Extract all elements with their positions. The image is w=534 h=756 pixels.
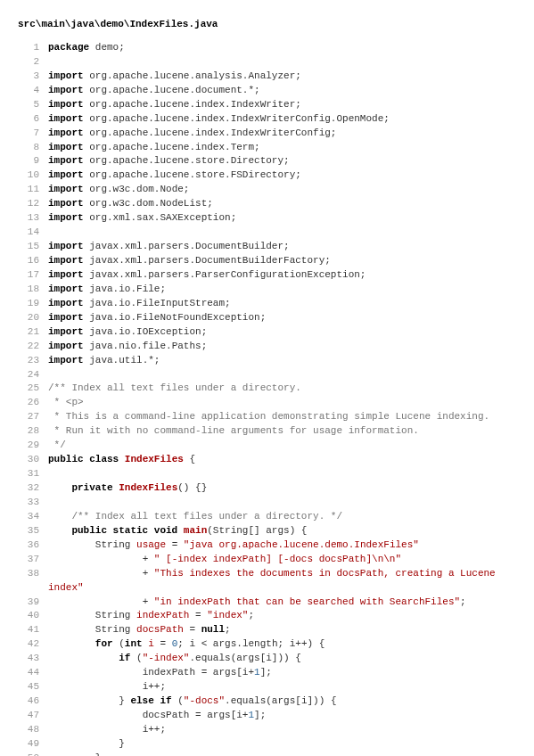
code-content: import org.xml.sax.SAXException; (48, 211, 516, 226)
code-line: 29 */ (18, 439, 516, 453)
code-content: i++; (48, 680, 516, 694)
code-line: 26 * <p> (18, 396, 516, 410)
code-line: 50 } (18, 752, 516, 756)
code-line: 49 } (18, 737, 516, 752)
code-content (48, 368, 516, 382)
code-line: 21import java.io.IOException; (18, 325, 516, 340)
code-content: if ("-index".equals(args[i])) { (48, 652, 516, 666)
line-number: 2 (18, 55, 48, 70)
code-line: 31 (18, 467, 516, 481)
code-line: 44 indexPath = args[i+1]; (18, 666, 516, 680)
code-line: 9import org.apache.lucene.store.Director… (18, 154, 516, 168)
code-line: 24 (18, 368, 516, 382)
code-content: + " [-index indexPath] [-docs docsPath]\… (48, 553, 516, 567)
code-content: String indexPath = "index"; (48, 609, 516, 623)
code-line: 5import org.apache.lucene.index.IndexWri… (18, 98, 516, 112)
line-number: 11 (18, 183, 48, 197)
code-line: 14 (18, 226, 516, 240)
line-number: 44 (18, 666, 48, 680)
line-number: 31 (18, 467, 48, 481)
code-content: i++; (48, 723, 516, 737)
line-number: 41 (18, 623, 48, 637)
line-number: 37 (18, 553, 48, 567)
code-content: String docsPath = null; (48, 623, 516, 637)
line-number: 50 (18, 752, 48, 756)
code-line: 15import javax.xml.parsers.DocumentBuild… (18, 240, 516, 254)
code-content: import org.w3c.dom.Node; (48, 183, 516, 197)
line-number: 1 (18, 41, 48, 55)
line-number: 33 (18, 496, 48, 510)
code-line: 27 * This is a command-line application … (18, 410, 516, 424)
line-number: 32 (18, 481, 48, 496)
code-line: 7import org.apache.lucene.index.IndexWri… (18, 127, 516, 141)
line-number: 16 (18, 254, 48, 268)
code-listing: 1package demo;2 3import org.apache.lucen… (18, 41, 516, 756)
line-number: 43 (18, 652, 48, 666)
code-content: for (int i = 0; i < args.length; i++) { (48, 637, 516, 652)
code-content: import org.apache.lucene.index.IndexWrit… (48, 98, 516, 112)
code-line: 48 i++; (18, 723, 516, 737)
code-content (48, 496, 516, 510)
code-content: import org.apache.lucene.index.Term; (48, 141, 516, 155)
code-content: import org.apache.lucene.index.IndexWrit… (48, 127, 516, 141)
line-number: 10 (18, 168, 48, 183)
code-content: import java.io.FileInputStream; (48, 297, 516, 311)
code-line: 39 + "in indexPath that can be searched … (18, 596, 516, 610)
code-content: String usage = "java org.apache.lucene.d… (48, 538, 516, 553)
code-line: 2 (18, 55, 516, 70)
line-number: 24 (18, 368, 48, 382)
code-content: /** Index all text files under a directo… (48, 510, 516, 524)
code-line: 41 String docsPath = null; (18, 623, 516, 637)
line-number: 3 (18, 70, 48, 84)
line-number: 36 (18, 538, 48, 553)
line-number: 17 (18, 268, 48, 283)
code-content: */ (48, 439, 516, 453)
code-line: 23import java.util.*; (18, 354, 516, 368)
code-line: 17import javax.xml.parsers.ParserConfigu… (18, 268, 516, 283)
line-number: 18 (18, 283, 48, 297)
code-line: 43 if ("-index".equals(args[i])) { (18, 652, 516, 666)
code-content: + "This indexes the documents in docsPat… (48, 567, 516, 596)
line-number: 39 (18, 596, 48, 610)
code-line: 46 } else if ("-docs".equals(args[i])) { (18, 694, 516, 709)
code-line: 6import org.apache.lucene.index.IndexWri… (18, 112, 516, 127)
code-content: package demo; (48, 41, 516, 55)
line-number: 49 (18, 737, 48, 752)
line-number: 9 (18, 154, 48, 168)
file-path-title: src\main\java\demo\IndexFiles.java (18, 18, 516, 32)
code-line: 36 String usage = "java org.apache.lucen… (18, 538, 516, 553)
code-content (48, 467, 516, 481)
code-line: 10import org.apache.lucene.store.FSDirec… (18, 168, 516, 183)
code-line: 19import java.io.FileInputStream; (18, 297, 516, 311)
code-content: import java.util.*; (48, 354, 516, 368)
code-content: import org.apache.lucene.document.*; (48, 84, 516, 98)
line-number: 23 (18, 354, 48, 368)
code-content (48, 226, 516, 240)
line-number: 35 (18, 524, 48, 538)
code-line: 35 public static void main(String[] args… (18, 524, 516, 538)
line-number: 38 (18, 567, 48, 596)
line-number: 13 (18, 211, 48, 226)
line-number: 46 (18, 694, 48, 709)
code-content: import java.io.File; (48, 283, 516, 297)
code-line: 25/** Index all text files under a direc… (18, 382, 516, 396)
code-content: * <p> (48, 396, 516, 410)
code-line: 42 for (int i = 0; i < args.length; i++)… (18, 637, 516, 652)
line-number: 4 (18, 84, 48, 98)
line-number: 34 (18, 510, 48, 524)
line-number: 19 (18, 297, 48, 311)
line-number: 45 (18, 680, 48, 694)
code-content: import java.nio.file.Paths; (48, 340, 516, 354)
code-content: * Run it with no command-line arguments … (48, 424, 516, 439)
line-number: 27 (18, 410, 48, 424)
code-content: import org.apache.lucene.store.FSDirecto… (48, 168, 516, 183)
code-line: 30public class IndexFiles { (18, 453, 516, 467)
code-content: } else if ("-docs".equals(args[i])) { (48, 694, 516, 709)
code-content: docsPath = args[i+1]; (48, 709, 516, 723)
code-content: import javax.xml.parsers.DocumentBuilder… (48, 254, 516, 268)
code-content: indexPath = args[i+1]; (48, 666, 516, 680)
code-content: + "in indexPath that can be searched wit… (48, 596, 516, 610)
code-line: 34 /** Index all text files under a dire… (18, 510, 516, 524)
code-content: public static void main(String[] args) { (48, 524, 516, 538)
code-content: /** Index all text files under a directo… (48, 382, 516, 396)
